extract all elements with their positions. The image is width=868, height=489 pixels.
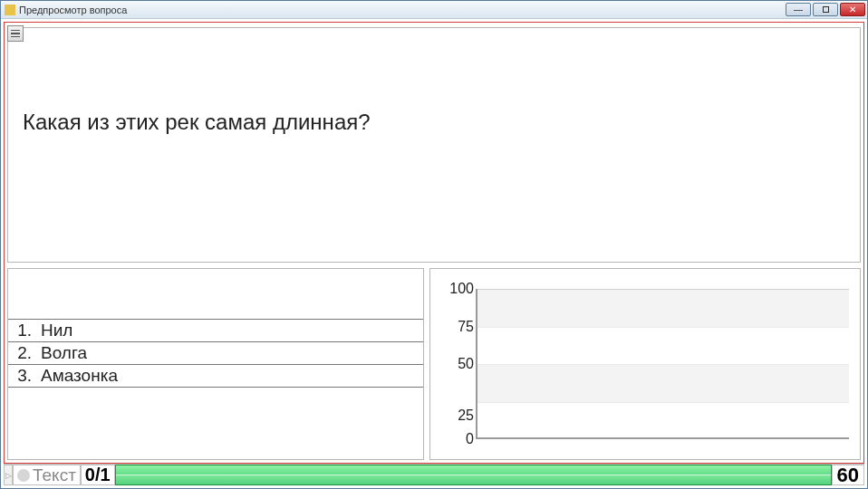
progress-bar (115, 465, 832, 485)
y-tick-0: 0 (466, 431, 474, 447)
grid-line (476, 289, 849, 290)
question-panel: Какая из этих рек самая длинная? (7, 27, 861, 263)
mode-indicator[interactable]: Текст (13, 465, 81, 485)
y-tick-75: 75 (458, 319, 474, 335)
minimize-icon: — (794, 5, 803, 14)
answer-number: 2. (15, 343, 32, 363)
slide-frame: Какая из этих рек самая длинная? 1. Нил … (4, 22, 864, 464)
grid-line (476, 364, 849, 365)
x-axis (476, 437, 849, 439)
chart-panel: 100 75 50 25 0 (429, 268, 861, 460)
prev-handle[interactable]: ▷ (4, 465, 13, 485)
app-icon (5, 5, 15, 15)
answer-number: 3. (15, 366, 32, 386)
y-tick-50: 50 (458, 356, 474, 372)
maximize-button[interactable] (813, 3, 838, 16)
answer-text: Амазонка (41, 366, 118, 386)
grid-band (476, 364, 849, 402)
status-bar: ▷ Текст 0/1 60 (4, 464, 864, 485)
mode-label: Текст (33, 465, 76, 485)
grid-line (476, 402, 849, 403)
y-tick-25: 25 (458, 408, 474, 424)
answer-text: Волга (41, 343, 87, 363)
y-axis (476, 289, 477, 439)
bottom-row: 1. Нил 2. Волга 3. Амазонка 100 75 (7, 268, 861, 460)
progress-count: 0/1 (81, 465, 115, 485)
grid-line (476, 327, 849, 328)
close-button[interactable]: ✕ (840, 3, 865, 16)
answer-option-2[interactable]: 2. Волга (8, 341, 423, 365)
titlebar[interactable]: Предпросмотр вопроса — ✕ (1, 1, 867, 19)
window-title: Предпросмотр вопроса (19, 5, 127, 15)
maximize-icon (823, 6, 829, 13)
answer-text: Нил (41, 321, 72, 340)
app-window: Предпросмотр вопроса — ✕ Какая из этих р… (0, 0, 868, 489)
timer-value: 60 (832, 465, 864, 485)
gear-icon (17, 469, 30, 482)
hamburger-icon (11, 30, 20, 32)
titlebar-left: Предпросмотр вопроса (5, 5, 127, 15)
question-text: Какая из этих рек самая длинная? (23, 110, 845, 135)
answer-option-1[interactable]: 1. Нил (8, 319, 423, 342)
answer-option-3[interactable]: 3. Амазонка (8, 364, 423, 388)
answers-panel: 1. Нил 2. Волга 3. Амазонка (7, 268, 424, 460)
answer-number: 1. (15, 321, 32, 340)
content-area: Какая из этих рек самая длинная? 1. Нил … (1, 19, 867, 488)
minimize-button[interactable]: — (786, 3, 811, 16)
y-tick-100: 100 (449, 281, 474, 297)
window-buttons: — ✕ (786, 3, 865, 16)
close-icon: ✕ (849, 5, 856, 14)
hamburger-menu-button[interactable] (7, 25, 24, 42)
grid-band (476, 289, 849, 327)
